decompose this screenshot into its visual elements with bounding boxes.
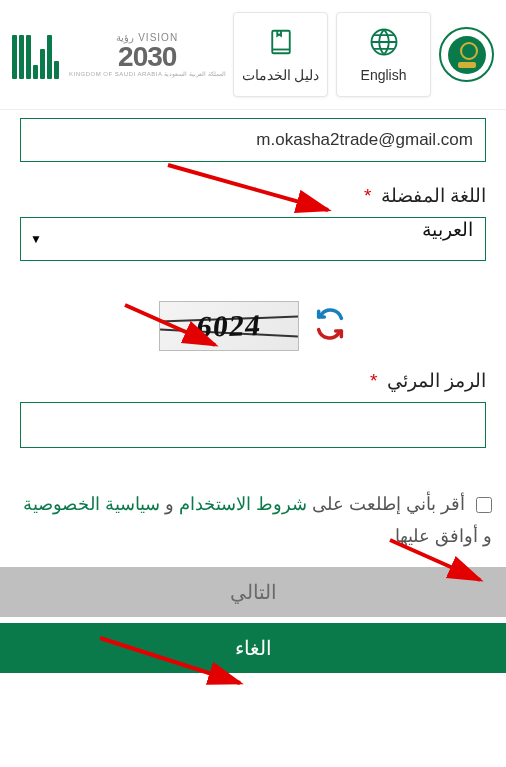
header-left: English دليل الخدمات: [233, 12, 494, 97]
captcha-code-field[interactable]: [20, 402, 486, 448]
absher-logo-icon: [12, 31, 59, 79]
consent-checkbox[interactable]: [476, 497, 492, 513]
language-field-group: اللغة المفضلة * العربية ▼: [20, 184, 486, 261]
required-asterisk: *: [370, 370, 377, 391]
terms-link[interactable]: شروط الاستخدام: [179, 494, 307, 514]
next-button[interactable]: التالي: [0, 567, 506, 617]
refresh-captcha-button[interactable]: [313, 307, 347, 345]
consent-prefix: أقر بأني إطلعت على: [307, 494, 465, 514]
language-select[interactable]: العربية: [20, 217, 486, 261]
vision-number: 2030: [69, 43, 226, 71]
consent-suffix: و أوافق عليها: [395, 526, 492, 546]
language-english-card[interactable]: English: [336, 12, 431, 97]
globe-icon: [369, 27, 399, 61]
captcha-label-text: الرمز المرئي: [387, 370, 486, 391]
consent-and-1: و: [160, 494, 174, 514]
captcha-text: 6024: [195, 308, 263, 344]
app-header: English دليل الخدمات VISION رؤية 2030 ال…: [0, 0, 506, 110]
language-label-text: اللغة المفضلة: [381, 185, 486, 206]
language-select-wrap: العربية ▼: [20, 217, 486, 261]
registration-form: اللغة المفضلة * العربية ▼ 6024 الرمز الم…: [0, 110, 506, 480]
email-field-group: [20, 118, 486, 162]
services-guide-card[interactable]: دليل الخدمات: [233, 12, 328, 97]
english-label: English: [361, 67, 407, 83]
email-field[interactable]: [20, 118, 486, 162]
consent-row: أقر بأني إطلعت على شروط الاستخدام و سياس…: [0, 480, 506, 567]
book-icon: [266, 27, 296, 61]
required-asterisk: *: [364, 185, 371, 206]
privacy-link[interactable]: سياسية الخصوصية: [23, 494, 160, 514]
captcha-image: 6024: [159, 301, 299, 351]
services-label: دليل الخدمات: [242, 67, 320, 83]
captcha-label: الرمز المرئي *: [20, 369, 486, 392]
language-label: اللغة المفضلة *: [20, 184, 486, 207]
vision-2030-logo: VISION رؤية 2030 المملكة العربية السعودي…: [69, 33, 226, 77]
refresh-icon: [313, 307, 347, 341]
captcha-row: 6024: [20, 301, 486, 351]
header-right: VISION رؤية 2030 المملكة العربية السعودي…: [12, 31, 226, 79]
ministry-emblem-icon: [439, 27, 494, 82]
cancel-button[interactable]: الغاء: [0, 623, 506, 673]
vision-sub-text: المملكة العربية السعودية KINGDOM OF SAUD…: [69, 71, 226, 77]
captcha-code-field-group: الرمز المرئي *: [20, 369, 486, 448]
